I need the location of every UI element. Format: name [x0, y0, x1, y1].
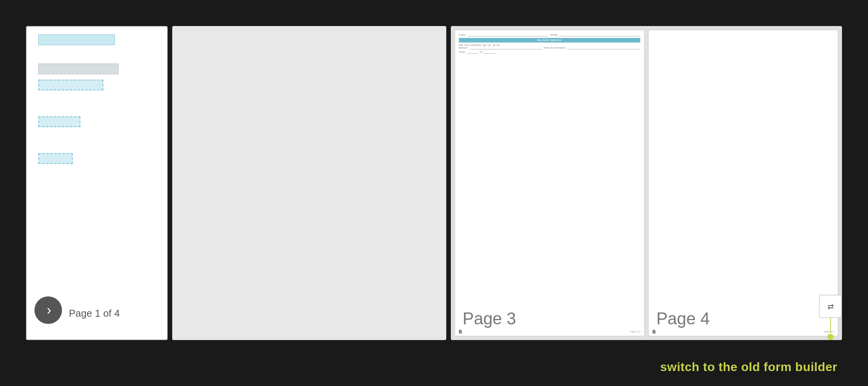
email-mini-label: E-MAIL — [459, 34, 466, 36]
page-4-icon — [653, 330, 656, 334]
float-button-area: ⇄ — [819, 295, 842, 340]
page-4-large-label: Page 4 — [656, 309, 710, 328]
branch-mini-label: BRANCH — [459, 47, 468, 49]
military-service-header: MILITARY SERVICE — [459, 38, 640, 43]
from-mini-label: FROM — [459, 51, 465, 53]
page-3-icon — [459, 330, 462, 334]
page-1-content — [27, 27, 167, 172]
to-mini-label: TO — [480, 51, 482, 53]
toggle-button[interactable]: ⇄ — [819, 295, 842, 318]
form-field-2[interactable] — [38, 64, 119, 74]
form-field-1[interactable] — [38, 34, 115, 45]
form-field-5[interactable] — [38, 153, 73, 164]
float-dot — [827, 334, 834, 340]
switch-to-old-builder-label[interactable]: switch to the old form builder — [660, 360, 837, 374]
page-3-panel: E-MAIL PHONE MILITARY SERVICE ARE YOU A … — [455, 30, 644, 336]
page-2-panel — [172, 26, 446, 340]
form-field-4[interactable] — [38, 116, 80, 127]
page-3-form: E-MAIL PHONE MILITARY SERVICE ARE YOU A … — [455, 30, 644, 58]
float-connector-line — [830, 318, 831, 333]
form-field-3[interactable] — [38, 80, 103, 90]
page-4-panel: Page 4 of 4 Page 4 — [648, 30, 838, 336]
toggle-icon: ⇄ — [827, 302, 834, 311]
phone-mini-label: PHONE — [550, 34, 557, 36]
rank-mini-label: RANK AT DISCHARGE — [544, 47, 566, 49]
page-1-label: Page 1 of 4 — [69, 307, 120, 319]
page-1-panel: Page 1 of 4 — [26, 26, 168, 340]
pages-3-4-container: E-MAIL PHONE MILITARY SERVICE ARE YOU A … — [451, 26, 842, 340]
bottom-bar: switch to the old form builder — [0, 348, 868, 386]
page-4-form — [649, 30, 838, 36]
next-page-button[interactable] — [34, 296, 62, 324]
page-3-number: Page 3 of 4 — [630, 330, 640, 333]
page-3-large-label: Page 3 — [463, 309, 516, 328]
